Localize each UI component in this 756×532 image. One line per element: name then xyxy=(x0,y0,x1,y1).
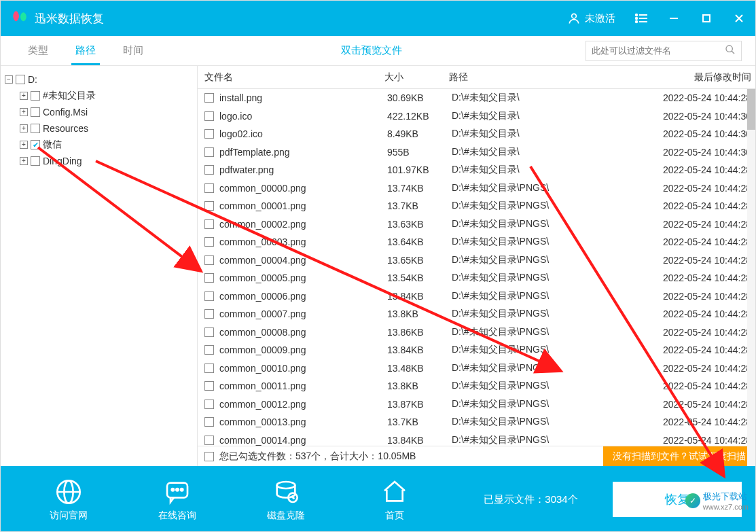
table-row[interactable]: common_00006.png 13.84KB D:\#未知父目录\PNGS\… xyxy=(198,287,755,306)
bottom-item-home[interactable]: 首页 xyxy=(340,477,449,522)
row-checkbox[interactable] xyxy=(204,219,214,229)
expand-icon[interactable]: + xyxy=(20,141,28,149)
tree-item-label[interactable]: 微信 xyxy=(43,139,62,151)
table-row[interactable]: common_00012.png 13.87KB D:\#未知父目录\PNGS\… xyxy=(198,395,755,414)
tree-item-checkbox[interactable] xyxy=(31,124,40,133)
tree-item-checkbox[interactable] xyxy=(31,91,40,101)
deep-scan-button[interactable]: 没有扫描到文件？试试深度扫描 xyxy=(603,446,755,466)
table-row[interactable]: common_00002.png 13.63KB D:\#未知父目录\PNGS\… xyxy=(198,215,755,234)
tree-item-label[interactable]: Config.Msi xyxy=(43,107,88,118)
tree-drive-row[interactable]: − D: xyxy=(5,71,193,88)
tree-item-checkbox[interactable] xyxy=(31,140,40,149)
tree-item-label[interactable]: Resources xyxy=(43,123,88,134)
row-checkbox[interactable] xyxy=(204,381,214,391)
maximize-button[interactable] xyxy=(690,1,723,36)
row-checkbox[interactable] xyxy=(204,93,214,103)
col-header-name[interactable]: 文件名 xyxy=(198,71,384,84)
tab-type[interactable]: 类型 xyxy=(14,36,62,65)
row-checkbox[interactable] xyxy=(204,129,214,139)
cell-path: D:\#未知父目录\PNGS\ xyxy=(452,308,636,320)
row-checkbox[interactable] xyxy=(204,147,214,157)
row-checkbox[interactable] xyxy=(204,436,214,445)
cell-name: common_00004.png xyxy=(219,255,387,266)
tree-item-checkbox[interactable] xyxy=(31,156,40,166)
recover-button[interactable]: 恢复 xyxy=(613,482,742,517)
expand-icon[interactable]: + xyxy=(20,108,28,116)
cell-path: D:\#未知父目录\ xyxy=(452,164,636,176)
user-status-button[interactable]: 未激活 xyxy=(567,12,615,25)
cell-name: common_00000.png xyxy=(219,183,387,194)
row-checkbox[interactable] xyxy=(204,291,214,301)
title-bar: 迅米数据恢复 未激活 xyxy=(1,1,755,36)
svg-point-1 xyxy=(636,14,637,16)
table-row[interactable]: common_00005.png 13.54KB D:\#未知父目录\PNGS\… xyxy=(198,269,755,287)
table-row[interactable]: common_00009.png 13.84KB D:\#未知父目录\PNGS\… xyxy=(198,341,755,359)
tree-drive-checkbox[interactable] xyxy=(16,75,25,84)
tree-item-checkbox[interactable] xyxy=(31,107,40,117)
tree-item-label[interactable]: #未知父目录 xyxy=(43,90,96,102)
tree-item[interactable]: + 微信 xyxy=(5,137,193,153)
col-header-date[interactable]: 最后修改时间 xyxy=(636,71,755,84)
table-row[interactable]: common_00007.png 13.8KB D:\#未知父目录\PNGS\ … xyxy=(198,305,755,323)
select-all-checkbox[interactable] xyxy=(204,452,214,461)
table-row[interactable]: install.png 30.69KB D:\#未知父目录\ 2022-05-2… xyxy=(198,89,755,107)
tree-item[interactable]: + DingDing xyxy=(5,153,193,169)
cell-name: common_00013.png xyxy=(219,416,387,427)
bottom-item-website[interactable]: 访问官网 xyxy=(14,477,123,522)
table-row[interactable]: common_00010.png 13.48KB D:\#未知父目录\PNGS\… xyxy=(198,359,755,378)
minimize-button[interactable] xyxy=(658,1,690,36)
cell-name: common_00014.png xyxy=(219,435,387,446)
filter-box[interactable] xyxy=(586,41,742,61)
table-row[interactable]: common_00000.png 13.74KB D:\#未知父目录\PNGS\… xyxy=(198,179,755,198)
expand-icon[interactable]: + xyxy=(20,92,28,100)
selected-summary: 您已勾选文件数：537个，合计大小：10.05MB xyxy=(219,450,416,463)
tree-item[interactable]: + Config.Msi xyxy=(5,104,193,120)
row-checkbox[interactable] xyxy=(204,417,214,427)
tree-item[interactable]: + Resources xyxy=(5,120,193,137)
row-checkbox[interactable] xyxy=(204,111,214,121)
row-checkbox[interactable] xyxy=(204,183,214,193)
col-header-path[interactable]: 路径 xyxy=(449,71,636,84)
scroll-thumb[interactable] xyxy=(747,89,755,130)
table-row[interactable]: logo02.ico 8.49KB D:\#未知父目录\ 2022-05-24 … xyxy=(198,125,755,143)
cell-name: install.png xyxy=(219,92,387,103)
search-icon[interactable] xyxy=(725,44,736,58)
table-row[interactable]: pdfTemplate.png 955B D:\#未知父目录\ 2022-05-… xyxy=(198,143,755,162)
expand-icon[interactable]: + xyxy=(20,157,28,165)
table-row[interactable]: common_00011.png 13.8KB D:\#未知父目录\PNGS\ … xyxy=(198,377,755,395)
row-checkbox[interactable] xyxy=(204,400,214,409)
table-row[interactable]: common_00003.png 13.64KB D:\#未知父目录\PNGS\… xyxy=(198,233,755,251)
close-button[interactable] xyxy=(723,1,755,36)
tree-item[interactable]: + #未知父目录 xyxy=(5,88,193,104)
svg-point-11 xyxy=(726,46,732,52)
menu-button[interactable] xyxy=(625,1,658,36)
table-row[interactable]: common_00001.png 13.7KB D:\#未知父目录\PNGS\ … xyxy=(198,197,755,215)
row-checkbox[interactable] xyxy=(204,363,214,373)
table-row[interactable]: common_00008.png 13.86KB D:\#未知父目录\PNGS\… xyxy=(198,323,755,342)
row-checkbox[interactable] xyxy=(204,255,214,265)
tab-path[interactable]: 路径 xyxy=(62,36,109,65)
col-header-size[interactable]: 大小 xyxy=(384,71,449,84)
row-checkbox[interactable] xyxy=(204,345,214,355)
table-row[interactable]: common_00004.png 13.65KB D:\#未知父目录\PNGS\… xyxy=(198,251,755,270)
cell-path: D:\#未知父目录\PNGS\ xyxy=(452,218,636,230)
table-row[interactable]: common_00013.png 13.7KB D:\#未知父目录\PNGS\ … xyxy=(198,413,755,431)
table-row[interactable]: logo.ico 422.12KB D:\#未知父目录\ 2022-05-24 … xyxy=(198,107,755,126)
row-checkbox[interactable] xyxy=(204,201,214,211)
vertical-scrollbar[interactable] xyxy=(747,89,755,466)
row-checkbox[interactable] xyxy=(204,309,214,319)
row-checkbox[interactable] xyxy=(204,273,214,283)
expand-icon[interactable]: + xyxy=(20,124,28,132)
bottom-item-chat[interactable]: 在线咨询 xyxy=(123,477,232,522)
bottom-item-clone[interactable]: 磁盘克隆 xyxy=(232,477,340,522)
table-row[interactable]: common_00014.png 13.84KB D:\#未知父目录\PNGS\… xyxy=(198,431,755,446)
row-checkbox[interactable] xyxy=(204,237,214,247)
table-row[interactable]: pdfwater.png 101.97KB D:\#未知父目录\ 2022-05… xyxy=(198,161,755,179)
tree-item-label[interactable]: DingDing xyxy=(43,156,82,166)
tab-time[interactable]: 时间 xyxy=(109,36,157,65)
tree-drive-label[interactable]: D: xyxy=(28,74,37,85)
collapse-icon[interactable]: − xyxy=(5,75,13,84)
row-checkbox[interactable] xyxy=(204,327,214,337)
row-checkbox[interactable] xyxy=(204,165,214,175)
filter-input[interactable] xyxy=(592,46,725,56)
